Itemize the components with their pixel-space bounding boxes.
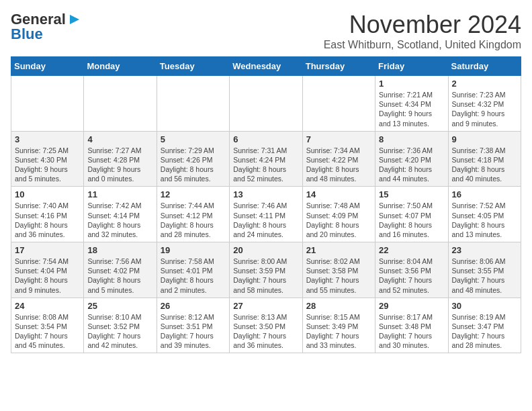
calendar-cell bbox=[11, 76, 84, 132]
month-title: November 2024 bbox=[324, 11, 521, 39]
day-number: 4 bbox=[87, 134, 152, 144]
weekday-header-friday: Friday bbox=[375, 57, 448, 76]
day-number: 6 bbox=[233, 134, 298, 144]
calendar-cell: 29Sunrise: 8:17 AM Sunset: 3:48 PM Dayli… bbox=[375, 298, 448, 353]
calendar-cell: 11Sunrise: 7:42 AM Sunset: 4:14 PM Dayli… bbox=[84, 187, 157, 242]
day-info: Sunrise: 8:10 AM Sunset: 3:52 PM Dayligh… bbox=[87, 312, 152, 351]
day-number: 10 bbox=[15, 189, 80, 199]
calendar-cell: 10Sunrise: 7:40 AM Sunset: 4:16 PM Dayli… bbox=[11, 187, 84, 242]
logo-arrow-icon bbox=[67, 12, 82, 27]
logo: General Blue bbox=[11, 11, 82, 43]
day-info: Sunrise: 7:40 AM Sunset: 4:16 PM Dayligh… bbox=[15, 201, 80, 239]
svg-marker-0 bbox=[70, 15, 79, 24]
title-block: November 2024 East Whitburn, Scotland, U… bbox=[324, 11, 521, 51]
weekday-header-thursday: Thursday bbox=[302, 57, 375, 76]
day-info: Sunrise: 8:00 AM Sunset: 3:59 PM Dayligh… bbox=[233, 257, 298, 295]
day-info: Sunrise: 8:15 AM Sunset: 3:49 PM Dayligh… bbox=[306, 312, 371, 351]
day-info: Sunrise: 7:52 AM Sunset: 4:05 PM Dayligh… bbox=[452, 201, 517, 239]
calendar-cell: 7Sunrise: 7:34 AM Sunset: 4:22 PM Daylig… bbox=[302, 131, 375, 187]
day-number: 5 bbox=[161, 134, 226, 144]
calendar-cell: 14Sunrise: 7:48 AM Sunset: 4:09 PM Dayli… bbox=[302, 187, 375, 242]
day-info: Sunrise: 7:50 AM Sunset: 4:07 PM Dayligh… bbox=[379, 201, 444, 239]
day-number: 20 bbox=[233, 245, 298, 255]
calendar-cell bbox=[302, 76, 375, 132]
calendar-cell: 20Sunrise: 8:00 AM Sunset: 3:59 PM Dayli… bbox=[230, 242, 302, 298]
day-info: Sunrise: 8:06 AM Sunset: 3:55 PM Dayligh… bbox=[452, 257, 517, 295]
calendar-cell: 4Sunrise: 7:27 AM Sunset: 4:28 PM Daylig… bbox=[84, 131, 157, 187]
day-info: Sunrise: 8:08 AM Sunset: 3:54 PM Dayligh… bbox=[15, 312, 80, 351]
day-info: Sunrise: 7:54 AM Sunset: 4:04 PM Dayligh… bbox=[15, 257, 80, 295]
calendar-cell: 30Sunrise: 8:19 AM Sunset: 3:47 PM Dayli… bbox=[448, 298, 521, 353]
calendar-cell: 16Sunrise: 7:52 AM Sunset: 4:05 PM Dayli… bbox=[448, 187, 521, 242]
location: East Whitburn, Scotland, United Kingdom bbox=[324, 39, 521, 51]
calendar-cell: 3Sunrise: 7:25 AM Sunset: 4:30 PM Daylig… bbox=[11, 131, 84, 187]
day-number: 13 bbox=[233, 189, 298, 199]
calendar-cell: 12Sunrise: 7:44 AM Sunset: 4:12 PM Dayli… bbox=[157, 187, 229, 242]
day-info: Sunrise: 8:12 AM Sunset: 3:51 PM Dayligh… bbox=[161, 312, 226, 351]
calendar-cell: 27Sunrise: 8:13 AM Sunset: 3:50 PM Dayli… bbox=[230, 298, 302, 353]
calendar-cell: 13Sunrise: 7:46 AM Sunset: 4:11 PM Dayli… bbox=[230, 187, 302, 242]
day-number: 22 bbox=[379, 245, 444, 255]
day-number: 23 bbox=[452, 245, 517, 255]
calendar-cell bbox=[157, 76, 229, 132]
calendar-cell: 6Sunrise: 7:31 AM Sunset: 4:24 PM Daylig… bbox=[230, 131, 302, 187]
calendar-cell: 8Sunrise: 7:36 AM Sunset: 4:20 PM Daylig… bbox=[375, 131, 448, 187]
day-info: Sunrise: 7:25 AM Sunset: 4:30 PM Dayligh… bbox=[15, 146, 80, 184]
day-info: Sunrise: 7:36 AM Sunset: 4:20 PM Dayligh… bbox=[379, 146, 444, 184]
day-info: Sunrise: 7:27 AM Sunset: 4:28 PM Dayligh… bbox=[87, 146, 152, 184]
day-number: 28 bbox=[306, 301, 371, 311]
day-info: Sunrise: 8:13 AM Sunset: 3:50 PM Dayligh… bbox=[233, 312, 298, 351]
calendar-cell: 21Sunrise: 8:02 AM Sunset: 3:58 PM Dayli… bbox=[302, 242, 375, 298]
day-number: 30 bbox=[452, 301, 517, 311]
weekday-header-tuesday: Tuesday bbox=[157, 57, 229, 76]
calendar-cell: 28Sunrise: 8:15 AM Sunset: 3:49 PM Dayli… bbox=[302, 298, 375, 353]
day-info: Sunrise: 7:56 AM Sunset: 4:02 PM Dayligh… bbox=[87, 257, 152, 295]
day-info: Sunrise: 7:31 AM Sunset: 4:24 PM Dayligh… bbox=[233, 146, 298, 184]
calendar-cell: 19Sunrise: 7:58 AM Sunset: 4:01 PM Dayli… bbox=[157, 242, 229, 298]
header: General Blue November 2024 East Whitburn… bbox=[11, 11, 521, 51]
day-number: 26 bbox=[161, 301, 226, 311]
day-info: Sunrise: 8:19 AM Sunset: 3:47 PM Dayligh… bbox=[452, 312, 517, 351]
calendar-cell: 15Sunrise: 7:50 AM Sunset: 4:07 PM Dayli… bbox=[375, 187, 448, 242]
calendar-cell: 26Sunrise: 8:12 AM Sunset: 3:51 PM Dayli… bbox=[157, 298, 229, 353]
calendar-cell: 18Sunrise: 7:56 AM Sunset: 4:02 PM Dayli… bbox=[84, 242, 157, 298]
day-info: Sunrise: 7:29 AM Sunset: 4:26 PM Dayligh… bbox=[161, 146, 226, 184]
day-info: Sunrise: 7:34 AM Sunset: 4:22 PM Dayligh… bbox=[306, 146, 371, 184]
weekday-header-monday: Monday bbox=[84, 57, 157, 76]
day-number: 16 bbox=[452, 189, 517, 199]
day-number: 17 bbox=[15, 245, 80, 255]
day-number: 12 bbox=[161, 189, 226, 199]
day-info: Sunrise: 8:02 AM Sunset: 3:58 PM Dayligh… bbox=[306, 257, 371, 295]
day-number: 8 bbox=[379, 134, 444, 144]
day-number: 25 bbox=[87, 301, 152, 311]
calendar-cell: 25Sunrise: 8:10 AM Sunset: 3:52 PM Dayli… bbox=[84, 298, 157, 353]
logo-blue: Blue bbox=[11, 26, 43, 43]
day-number: 14 bbox=[306, 189, 371, 199]
day-info: Sunrise: 8:17 AM Sunset: 3:48 PM Dayligh… bbox=[379, 312, 444, 351]
calendar-cell: 2Sunrise: 7:23 AM Sunset: 4:32 PM Daylig… bbox=[448, 76, 521, 132]
day-number: 9 bbox=[452, 134, 517, 144]
day-number: 3 bbox=[15, 134, 80, 144]
weekday-header-wednesday: Wednesday bbox=[230, 57, 302, 76]
weekday-header-sunday: Sunday bbox=[11, 57, 84, 76]
day-info: Sunrise: 7:42 AM Sunset: 4:14 PM Dayligh… bbox=[87, 201, 152, 239]
day-info: Sunrise: 7:44 AM Sunset: 4:12 PM Dayligh… bbox=[161, 201, 226, 239]
day-info: Sunrise: 7:48 AM Sunset: 4:09 PM Dayligh… bbox=[306, 201, 371, 239]
calendar-cell: 23Sunrise: 8:06 AM Sunset: 3:55 PM Dayli… bbox=[448, 242, 521, 298]
calendar-cell bbox=[230, 76, 302, 132]
calendar-cell: 17Sunrise: 7:54 AM Sunset: 4:04 PM Dayli… bbox=[11, 242, 84, 298]
day-number: 27 bbox=[233, 301, 298, 311]
day-number: 29 bbox=[379, 301, 444, 311]
day-info: Sunrise: 8:04 AM Sunset: 3:56 PM Dayligh… bbox=[379, 257, 444, 295]
calendar-cell: 24Sunrise: 8:08 AM Sunset: 3:54 PM Dayli… bbox=[11, 298, 84, 353]
day-info: Sunrise: 7:23 AM Sunset: 4:32 PM Dayligh… bbox=[452, 90, 517, 128]
day-number: 15 bbox=[379, 189, 444, 199]
weekday-header-saturday: Saturday bbox=[448, 57, 521, 76]
day-number: 21 bbox=[306, 245, 371, 255]
day-info: Sunrise: 7:46 AM Sunset: 4:11 PM Dayligh… bbox=[233, 201, 298, 239]
day-number: 1 bbox=[379, 79, 444, 89]
day-number: 11 bbox=[87, 189, 152, 199]
day-info: Sunrise: 7:58 AM Sunset: 4:01 PM Dayligh… bbox=[161, 257, 226, 295]
calendar-cell: 5Sunrise: 7:29 AM Sunset: 4:26 PM Daylig… bbox=[157, 131, 229, 187]
calendar-table: SundayMondayTuesdayWednesdayThursdayFrid… bbox=[11, 56, 521, 353]
